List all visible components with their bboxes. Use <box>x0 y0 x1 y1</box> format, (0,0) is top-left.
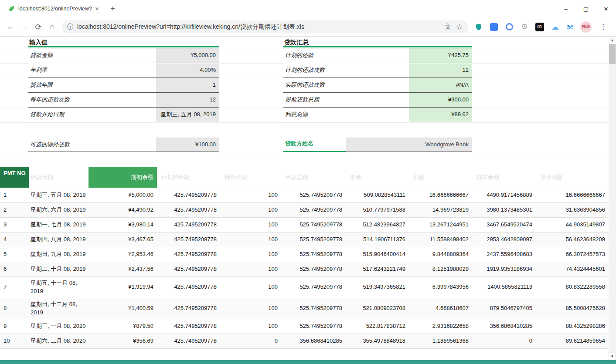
table-cell: 525.7495209778 <box>281 250 346 259</box>
table-cell: 525.7495209778 <box>281 304 346 313</box>
minimize-button[interactable]: – <box>556 0 576 17</box>
extension-area: ⚙ 01 ☁ 精华 ⋮ <box>471 21 613 33</box>
page-info-icon[interactable]: ⓘ <box>67 23 73 31</box>
bookmark-star-icon[interactable]: ☆ <box>456 22 463 31</box>
table-cell: 88.4325298286 <box>536 322 609 330</box>
row-label: 计划的还款次数 <box>283 63 409 78</box>
table-cell: 522.817838712 <box>346 322 409 330</box>
table-cell: 425.7495209778 <box>157 250 220 259</box>
table-cell: 星期三, 一月 08, 2020 <box>29 322 88 330</box>
table-cell: 6 <box>0 265 29 273</box>
table-cell: 2437.5596408683 <box>472 250 536 259</box>
maximize-button[interactable]: ▢ <box>576 0 596 17</box>
circle-extension-icon[interactable] <box>504 22 514 32</box>
vertical-scrollbar[interactable]: ▲ ▼ <box>609 37 616 360</box>
sheet-gridline <box>0 152 609 152</box>
table-cell: 85.5008475628 <box>536 304 609 313</box>
table-row: 1星期三, 五月 08, 2019¥5,000.00425.7495209778… <box>0 188 609 203</box>
table-cell: 星期四, 八月 08, 2019 <box>29 236 88 244</box>
header-begin-balance: 期初余额 <box>88 167 157 188</box>
new-tab-button[interactable]: + <box>104 4 121 13</box>
table-cell: 1400.5855821113 <box>472 283 536 291</box>
scroll-up-icon[interactable]: ▲ <box>609 37 616 44</box>
header-interest: 利息 <box>409 167 472 188</box>
header-sched-payment: 计划的还款 <box>157 167 220 188</box>
table-row: 7星期五, 十一月 08, 2019¥1,919.94425.749520977… <box>0 277 609 298</box>
row-value: ¥425.75 <box>409 48 472 63</box>
url-text[interactable]: localhost:8012/onlinePreview?url=http://… <box>77 23 440 31</box>
table-cell: 1.1889561368 <box>409 337 472 345</box>
table-cell: ¥3,980.14 <box>88 221 157 229</box>
table-cell: 1919.9353186934 <box>472 265 536 273</box>
scrollbar-thumb[interactable] <box>609 44 616 64</box>
table-cell: 514.1906711376 <box>346 236 409 244</box>
table-cell: 425.7495209778 <box>157 265 220 273</box>
table-cell: 2 <box>0 206 29 214</box>
header-pmt-no: PMT NO <box>0 167 29 188</box>
table-cell: 0 <box>220 337 281 345</box>
table-cell: 1 <box>0 191 29 199</box>
row-label: 贷款开始日期 <box>28 108 156 122</box>
window-controls: – ▢ ✕ <box>556 0 616 17</box>
amortization-table: PMT NO 还款日期 期初余额 计划的还款 额外还款 还款总额 本金 利息 期… <box>0 167 609 349</box>
scroll-down-icon[interactable]: ▼ <box>609 353 616 360</box>
reload-icon[interactable]: ⟳ <box>31 22 45 32</box>
lender-label: 贷款方姓名 <box>283 137 346 152</box>
table-cell: 525.7495209778 <box>281 191 346 199</box>
address-bar[interactable]: ⓘ localhost:8012/onlinePreview?url=http:… <box>62 20 468 34</box>
table-cell: 425.7495209778 <box>157 304 220 313</box>
table-cell: ¥879.50 <box>88 322 157 330</box>
forward-icon[interactable]: → <box>17 22 31 31</box>
home-icon[interactable]: ⌂ <box>45 22 59 31</box>
table-row: 6星期二, 十月 08, 2019¥2,437.56425.7495209778… <box>0 262 609 277</box>
table-cell: 100 <box>220 206 281 214</box>
table-cell: 80.8322289558 <box>536 283 609 291</box>
table-row: 10星期六, 二月 08, 2020¥356.69425.74952097780… <box>0 334 609 349</box>
row-value: 星期三, 五月 08, 2019 <box>156 108 219 122</box>
row-label: 利息总额 <box>283 108 409 122</box>
table-cell: ¥5,000.00 <box>88 191 157 199</box>
header-total-payment: 还款总额 <box>281 167 346 188</box>
table-cell: ¥3,467.65 <box>88 236 157 244</box>
table-cell: 425.7495209778 <box>157 206 220 214</box>
table-cell: 517.6243221749 <box>346 265 409 273</box>
cloud-extension-icon[interactable]: ☁ <box>550 22 560 32</box>
table-cell: 356.6868410285 <box>472 322 536 330</box>
table-cell: 2953.4642809097 <box>472 236 536 244</box>
summary-row: 每年的还款次数12 <box>28 93 219 108</box>
translate-icon[interactable]: 文 <box>445 23 451 31</box>
file-preview: 输入值 贷款金额¥5,000.00年利率4.00%贷款年限1每年的还款次数12贷… <box>0 37 616 360</box>
profile-avatar[interactable]: 精华 <box>580 21 592 33</box>
table-cell: 10 <box>0 337 29 345</box>
row-label: 可选的额外还款 <box>28 137 156 152</box>
table-cell: 356.6868410285 <box>281 337 346 345</box>
butterfly-extension-icon[interactable] <box>565 22 575 32</box>
table-row: 8星期日, 十二月 08, 2019¥1,400.59425.749520977… <box>0 298 609 320</box>
tab-title: localhost:8012/onlinePreview? <box>18 6 93 12</box>
table-cell: 512.4823964827 <box>346 221 409 229</box>
header-extra-payment: 额外还款 <box>220 167 281 188</box>
row-value: ¥100.00 <box>156 137 219 152</box>
table-cell: 星期六, 六月 08, 2019 <box>29 206 88 214</box>
close-button[interactable]: ✕ <box>596 0 616 17</box>
table-cell: ¥356.69 <box>88 337 157 345</box>
back-icon[interactable]: ← <box>3 22 17 31</box>
tab-close-icon[interactable]: ✕ <box>93 5 101 13</box>
row-value: ¥900.00 <box>409 93 472 107</box>
browser-tab[interactable]: localhost:8012/onlinePreview? ✕ <box>0 0 104 17</box>
table-cell: 66.3072457573 <box>536 250 609 259</box>
lender-value: Woodgrove Bank <box>346 137 472 152</box>
table-cell: 100 <box>220 221 281 229</box>
table-cell: 6.3997843956 <box>409 283 472 291</box>
gray-extension-icon[interactable]: ⚙ <box>519 22 530 32</box>
header-principal: 本金 <box>346 167 409 188</box>
table-cell: 525.7495209778 <box>281 322 346 330</box>
row-label: 提前还款总额 <box>283 93 409 107</box>
blue-square-extension-icon[interactable] <box>489 22 499 32</box>
table-cell: 14.969723819 <box>409 206 472 214</box>
browser-menu-icon[interactable]: ⋮ <box>596 22 610 31</box>
badge-01-extension-icon[interactable]: 01 <box>534 22 545 32</box>
shield-extension-icon[interactable] <box>473 22 484 32</box>
table-cell: 44.9035149807 <box>536 221 609 229</box>
table-cell: 56.4623648209 <box>536 236 609 244</box>
